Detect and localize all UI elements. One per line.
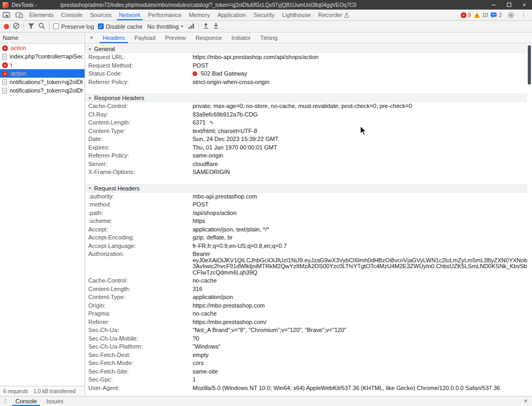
header-row: Date:Sun, 24 Dec 2023 15:39:22 GMT	[85, 135, 532, 144]
request-name: action	[11, 45, 26, 51]
error-count[interactable]: 9	[468, 12, 471, 18]
scrollbar[interactable]	[527, 44, 532, 396]
header-row: Sec-Gpc:1	[85, 376, 532, 384]
issue-count[interactable]: 2	[498, 12, 502, 18]
header-value: cloudflare	[193, 161, 528, 168]
search-button[interactable]	[38, 22, 45, 30]
header-name: Sec-Ch-Ua:	[88, 327, 193, 334]
header-value-text: text/html; charset=UTF-8	[193, 128, 257, 134]
chevron-down-icon: ▾	[181, 24, 183, 29]
tab-lighthouse[interactable]: Lighthouse	[278, 10, 314, 20]
preserve-log-checkbox[interactable]: Preserve log	[53, 23, 94, 30]
request-row[interactable]: ×action	[0, 44, 85, 52]
devtools-window: DevTools - /prestashop/admin72/index.php…	[0, 0, 532, 406]
tab-timing[interactable]: Timing	[255, 32, 282, 43]
tab-response[interactable]: Response	[190, 32, 227, 43]
header-value: "Windows"	[193, 344, 528, 350]
request-row[interactable]: notifications?_token=qj2olDtu...	[0, 86, 85, 95]
request-row[interactable]: ×t	[0, 61, 85, 69]
arrow-up-icon	[203, 22, 209, 29]
header-value-text: 6371	[193, 119, 205, 126]
header-value-text: Sun, 24 Dec 2023 15:39:22 GMT	[193, 136, 278, 142]
throttling-select[interactable]: No throttling ▾	[146, 23, 184, 30]
disable-cache-checkbox[interactable]: ✓ Disable cache	[98, 23, 143, 30]
filter-button[interactable]	[28, 23, 35, 30]
name-column-header[interactable]: Name	[0, 32, 85, 44]
tab-payload[interactable]: Payload	[130, 32, 161, 43]
more-options-button[interactable]: ⋮	[517, 12, 530, 19]
scrollbar-thumb[interactable]	[528, 45, 531, 85]
tab-sources[interactable]: Sources	[86, 10, 115, 20]
import-har-button[interactable]	[203, 22, 209, 30]
status-error-icon	[193, 71, 197, 76]
header-row: Content-Type:application/json	[85, 293, 532, 302]
section-header-request[interactable]: ▾ Request Headers	[85, 184, 532, 193]
experiment-flask-icon	[344, 12, 349, 18]
header-value: empty	[193, 352, 528, 359]
header-value: 1	[193, 377, 528, 383]
close-button[interactable]: ×	[517, 0, 532, 10]
tab-application[interactable]: Application	[214, 10, 250, 20]
tab-initiator[interactable]: Initiator	[227, 32, 255, 43]
section-request-headers: ▾ Request Headers :authority:mbo-api.pre…	[85, 184, 532, 393]
header-name: Accept-Encoding:	[88, 235, 193, 241]
device-toolbar-button[interactable]	[13, 10, 26, 20]
tab-recorder[interactable]: Recorder	[314, 10, 353, 20]
drawer-menu-button[interactable]: ⋮	[0, 396, 11, 406]
tab-elements[interactable]: Elements	[26, 10, 57, 20]
tab-headers[interactable]: Headers	[98, 32, 130, 43]
header-name: Content-Type:	[88, 128, 193, 135]
request-details-panel: × Headers Payload Preview Response Initi…	[85, 32, 532, 396]
tab-security[interactable]: Security	[250, 10, 278, 20]
tab-console[interactable]: Console	[57, 10, 86, 20]
request-row[interactable]: notifications?_token=qj2olDtu...	[0, 78, 85, 86]
header-value-text: no-cache	[193, 310, 217, 317]
export-har-button[interactable]	[213, 22, 219, 30]
header-name: Request URL:	[88, 54, 193, 61]
arrow-down-icon	[213, 22, 219, 29]
warning-count[interactable]: 10	[482, 12, 488, 18]
tab-preview[interactable]: Preview	[160, 32, 190, 43]
request-row[interactable]: ×action	[0, 69, 85, 78]
header-value: /api/shops/action	[193, 210, 528, 217]
header-row: Accept-Encoding:gzip, deflate, br	[85, 234, 532, 242]
settings-button[interactable]	[504, 12, 517, 19]
maximize-button[interactable]	[501, 0, 517, 10]
tab-network[interactable]: Network	[115, 10, 144, 20]
header-value-text: "Not_A Brand";v="8", "Chromium";v="120",…	[193, 327, 346, 333]
network-conditions-button[interactable]	[188, 23, 195, 30]
header-name: X-Frame-Options:	[88, 169, 193, 176]
clear-button[interactable]	[13, 22, 20, 30]
header-value: "Not_A Brand";v="8", "Chromium";v="120",…	[193, 327, 528, 334]
tab-performance[interactable]: Performance	[144, 10, 185, 20]
header-value: private, max-age=0, no-store, no-cache, …	[193, 103, 528, 110]
record-button[interactable]	[4, 24, 9, 29]
header-value-text: https://mbo-api.prestashop.com/api/shops…	[193, 54, 319, 60]
drawer-tab-console[interactable]: Console	[11, 396, 41, 406]
header-value: fr-FR,fr;q=0.9,en-US;q=0.8,en;q=0.7	[193, 243, 528, 250]
header-row: Status Code:502 Bad Gateway	[85, 70, 532, 78]
disclosure-triangle-icon: ▾	[89, 96, 91, 101]
request-name: notifications?_token=qj2olDtu...	[10, 87, 82, 94]
request-row[interactable]: index.php?controller=apiSecur...	[0, 52, 85, 61]
header-value: 6371✎	[193, 120, 528, 126]
close-details-button[interactable]: ×	[85, 32, 98, 43]
drawer-tab-issues[interactable]: Issues	[41, 396, 68, 406]
header-row: :authority:mbo-api.prestashop.com	[85, 193, 532, 201]
tab-memory[interactable]: Memory	[185, 10, 214, 20]
edit-icon[interactable]: ✎	[209, 120, 213, 126]
header-value-text: ?0	[193, 335, 199, 342]
header-value: https://mbo.prestashop.com	[193, 303, 528, 309]
header-value-text: fr-FR,fr;q=0.9,en-US;q=0.8,en;q=0.7	[193, 243, 287, 249]
section-header-response[interactable]: ▾ Response Headers	[85, 94, 532, 102]
inspect-element-button[interactable]	[0, 10, 13, 20]
header-row: Cf-Ray:83a9efc69b912a7b-CDG	[85, 111, 532, 119]
section-header-general[interactable]: ▾ General	[85, 45, 532, 53]
window-title: DevTools -	[12, 2, 37, 8]
close-drawer-button[interactable]: ×	[519, 396, 532, 406]
document-icon	[2, 54, 7, 60]
preserve-log-label: Preserve log	[61, 23, 94, 30]
header-name: Sec-Ch-Ua-Platform:	[88, 344, 193, 350]
header-value-text: gzip, deflate, br	[193, 234, 232, 241]
minimize-button[interactable]	[486, 0, 501, 10]
